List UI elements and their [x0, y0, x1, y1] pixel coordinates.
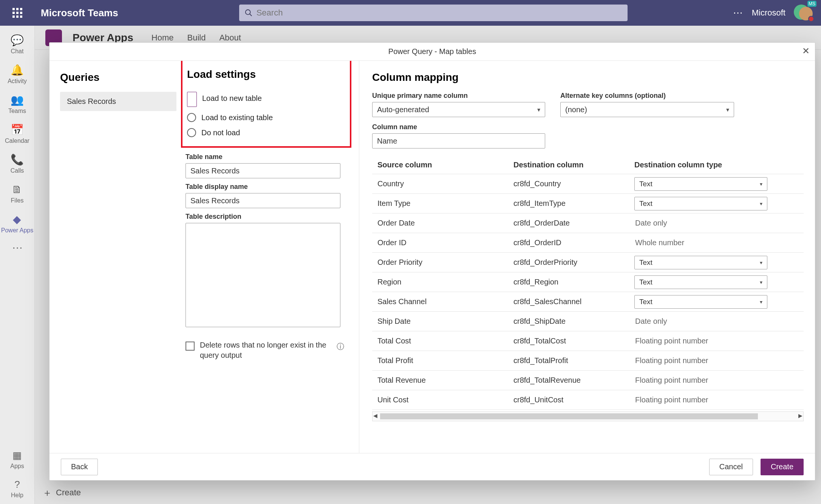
table-name-input[interactable] [186, 163, 340, 178]
radio-label: Do not load [201, 128, 240, 137]
rail-item-label: Help [11, 492, 23, 498]
svg-point-0 [245, 10, 250, 15]
rail-item-label: Calls [11, 167, 24, 174]
radio-icon [187, 92, 197, 107]
select-value: (none) [565, 105, 587, 114]
destination-type-select[interactable]: Text▾ [634, 256, 767, 269]
rail-item-files[interactable]: 🗎Files [1, 179, 33, 209]
destination-column-cell: cr8fd_TotalCost [513, 337, 634, 345]
scrollbar-thumb[interactable] [380, 413, 758, 419]
dialog-title: Power Query - Map tables [388, 47, 476, 56]
column-name-input[interactable] [372, 133, 545, 148]
destination-type-readonly: Date only [634, 219, 804, 227]
source-column-cell: Total Cost [377, 337, 513, 345]
load-option-existing[interactable]: Load to existing table [182, 111, 350, 126]
plus-icon: ＋ [42, 486, 52, 499]
table-description-label: Table description [186, 213, 351, 221]
mapping-row: Order Datecr8fd_OrderDateDate only [372, 213, 804, 233]
activity-icon: 🔔 [1, 64, 33, 76]
destination-type-select[interactable]: Text▾ [634, 275, 767, 289]
table-name-label: Table name [186, 153, 351, 161]
query-list-item[interactable]: Sales Records [60, 92, 176, 111]
rail-item-calls[interactable]: 📞Calls [1, 150, 33, 179]
waffle-icon [12, 8, 22, 18]
source-column-cell: Sales Channel [377, 297, 513, 306]
rail-item-help[interactable]: ? Help [0, 475, 34, 504]
alternate-key-select[interactable]: (none) ▾ [560, 102, 734, 117]
org-label: Microsoft [752, 8, 785, 18]
rail-item-label: Files [11, 197, 24, 204]
info-icon[interactable]: ⓘ [337, 342, 344, 352]
calendar-icon: 📅 [1, 124, 33, 136]
select-value: Text [639, 180, 652, 188]
source-column-cell: Ship Date [377, 317, 513, 326]
delete-rows-checkbox[interactable] [186, 342, 195, 351]
source-column-cell: Total Revenue [377, 376, 513, 385]
dialog-titlebar: Power Query - Map tables ✕ [49, 43, 815, 61]
destination-column-cell: cr8fd_UnitCost [513, 396, 634, 404]
destination-type-readonly: Floating point number [634, 337, 804, 345]
chevron-down-icon: ▾ [760, 181, 762, 187]
rail-item-activity[interactable]: 🔔Activity [1, 60, 33, 90]
destination-column-cell: cr8fd_OrderPriority [513, 258, 634, 267]
app-launcher-button[interactable] [0, 8, 35, 18]
table-display-name-input[interactable] [186, 193, 340, 208]
load-option-new[interactable]: Load to new table [182, 87, 350, 111]
destination-type-select[interactable]: Text▾ [634, 177, 767, 191]
chevron-down-icon: ▾ [726, 106, 729, 113]
rail-item-label: Chat [11, 48, 24, 54]
alternate-key-label: Alternate key columns (optional) [560, 92, 734, 100]
destination-column-cell: cr8fd_ShipDate [513, 317, 634, 326]
destination-column-cell: cr8fd_OrderDate [513, 219, 634, 227]
app-rail: 💬Chat🔔Activity👥Teams📅Calendar📞Calls🗎File… [0, 26, 35, 504]
footer-create-button[interactable]: ＋ Create [35, 481, 821, 504]
source-column-cell: Item Type [377, 199, 513, 208]
table-description-input[interactable] [186, 223, 340, 327]
load-option-none[interactable]: Do not load [182, 126, 350, 141]
destination-column-cell: cr8fd_Region [513, 278, 634, 286]
calls-icon: 📞 [1, 153, 33, 166]
primary-key-select[interactable]: Auto-generated ▾ [372, 102, 545, 117]
horizontal-scrollbar[interactable]: ◀ ▶ [372, 411, 804, 421]
destination-type-readonly: Floating point number [634, 396, 804, 404]
create-button[interactable]: Create [761, 459, 804, 475]
destination-type-select[interactable]: Text▾ [634, 295, 767, 309]
primary-key-label: Unique primary name column [372, 92, 545, 100]
column-name-label: Column name [372, 123, 545, 131]
mapping-row: Countrycr8fd_CountryText▾ [372, 174, 804, 194]
select-value: Text [639, 298, 652, 306]
column-mapping-heading: Column mapping [372, 71, 804, 83]
rail-item-label: Calendar [5, 138, 29, 144]
bg-tab[interactable]: Home [152, 33, 174, 43]
load-settings-highlight: Load settings Load to new table Load to … [181, 61, 351, 148]
destination-column-cell: cr8fd_TotalRevenue [513, 376, 634, 385]
rail-item-chat[interactable]: 💬Chat [1, 30, 33, 60]
search-icon [244, 9, 253, 17]
back-button[interactable]: Back [61, 459, 98, 475]
cancel-button[interactable]: Cancel [709, 459, 753, 475]
rail-item-apps[interactable]: ▦ Apps [0, 446, 34, 475]
bg-tab[interactable]: About [219, 33, 241, 43]
account-button[interactable]: MS [794, 5, 813, 21]
select-value: Text [639, 258, 652, 267]
mapping-row: Item Typecr8fd_ItemTypeText▾ [372, 194, 804, 213]
bg-tab[interactable]: Build [187, 33, 206, 43]
destination-type-readonly: Date only [634, 317, 804, 326]
close-button[interactable]: ✕ [802, 46, 810, 56]
rail-item-powerapps[interactable]: ◆Power Apps [1, 209, 33, 239]
global-search[interactable] [239, 5, 628, 21]
apps-icon: ▦ [0, 450, 34, 461]
scroll-left-icon: ◀ [373, 413, 377, 419]
table-display-name-label: Table display name [186, 183, 351, 191]
mapping-row: Total Profitcr8fd_TotalProfitFloating po… [372, 351, 804, 371]
map-tables-dialog: Power Query - Map tables ✕ Queries Sales… [49, 42, 815, 481]
mapping-row: Unit Costcr8fd_UnitCostFloating point nu… [372, 390, 804, 410]
rail-item-calendar[interactable]: 📅Calendar [1, 120, 33, 150]
more-options-button[interactable]: ⋯ [733, 7, 744, 19]
select-value: Text [639, 199, 652, 208]
avatar-badge: MS [807, 1, 816, 7]
search-input[interactable] [257, 8, 622, 18]
rail-item-teams[interactable]: 👥Teams [1, 90, 33, 120]
rail-more-button[interactable]: ⋯ [12, 241, 23, 254]
destination-type-select[interactable]: Text▾ [634, 197, 767, 210]
